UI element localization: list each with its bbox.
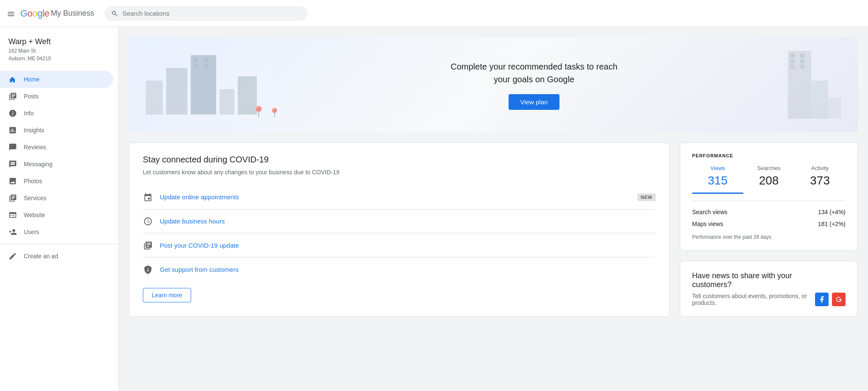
clock-icon [143,216,153,226]
sidebar-item-info[interactable]: Info [0,105,113,122]
building-3 [191,55,216,115]
app-logo: Google My Business [20,8,94,19]
sidebar-item-users[interactable]: Users [0,223,113,240]
news-icon-row: Have news to share with your customers? … [692,271,846,306]
sidebar-item-services[interactable]: Services [0,190,113,207]
logo-my-business-text: My Business [51,9,94,18]
performance-bar-row [692,193,846,194]
google-icon [832,293,846,306]
calendar-icon [143,192,153,202]
hero-illustration-right [788,51,841,119]
sidebar-item-reviews-label: Reviews [24,144,46,151]
covid-item-support[interactable]: Get support from customers [143,257,656,281]
sidebar-item-services-label: Services [24,195,47,201]
sidebar-item-photos-label: Photos [24,178,42,184]
maps-views-row: Maps views 181 (+2%) [692,218,846,230]
sidebar-item-messaging[interactable]: Messaging [0,156,113,173]
covid-item-appointments-text[interactable]: Update online appointments [160,193,631,201]
sidebar-divider [0,244,118,244]
covid-item-post-update[interactable]: Post your COVID-19 update [143,233,656,257]
covid-subtitle: Let customers know about any changes to … [143,168,656,177]
activity-bar [794,193,846,194]
performance-stats: Views 315 Searches 208 Activity 373 [692,165,846,187]
users-icon [8,228,17,236]
app-layout: Warp + Weft 162 Main St Auburn, ME 04210… [0,27,868,391]
logo-google-text: Google [20,8,49,19]
sidebar-nav: Home Posts Info [0,71,118,265]
search-input[interactable] [122,10,301,17]
posts-icon [8,92,17,101]
sidebar-item-info-label: Info [24,110,33,117]
perf-stat-activity: Activity 373 [794,165,846,187]
news-subtitle: Tell customers about events, promotions,… [692,293,815,306]
searches-value: 208 [743,174,795,187]
sidebar-item-posts-label: Posts [24,93,39,100]
photos-icon [8,177,17,185]
maps-views-label: Maps views [692,221,723,227]
services-icon [8,194,17,202]
top-header: Google My Business [0,0,868,27]
website-icon [8,211,17,219]
reviews-icon [8,143,17,151]
search-views-row: Search views 134 (+4%) [692,206,846,218]
home-icon [8,75,17,84]
covid-item-post-text[interactable]: Post your COVID-19 update [160,242,656,249]
sidebar-item-insights[interactable]: Insights [0,122,113,139]
messaging-icon [8,160,17,168]
perf-stat-searches: Searches 208 [743,165,795,187]
business-address: 162 Main St Auburn, ME 04210 [8,47,110,62]
covid-item-appointments[interactable]: Update online appointments NEW [143,185,656,209]
sidebar-item-insights-label: Insights [24,127,44,134]
sidebar-item-reviews[interactable]: Reviews [0,139,113,156]
sidebar-item-photos[interactable]: Photos [0,173,113,190]
sidebar: Warp + Weft 162 Main St Auburn, ME 04210… [0,27,119,391]
sidebar-item-create-ad[interactable]: Create an ad [0,248,113,265]
right-building-1 [788,51,811,119]
covid-item-hours-text[interactable]: Update business hours [160,218,656,225]
sidebar-item-create-ad-label: Create an ad [24,253,58,260]
activity-value: 373 [794,174,846,187]
performance-note: Performance over the past 28 days [692,234,846,240]
sidebar-item-website-label: Website [24,212,45,218]
views-label: Views [692,165,743,171]
sidebar-item-users-label: Users [24,229,39,235]
news-icons [815,293,846,306]
menu-icon[interactable] [7,8,15,18]
performance-divider [692,201,846,201]
maps-views-value: 181 (+2%) [818,221,846,227]
hero-banner: 📍 📍 Complete your recommended tasks to r… [129,37,858,132]
hero-text: Complete your recommended tasks to reach… [280,60,788,110]
performance-card: PERFORMANCE Views 315 Searches 208 Activ… [680,142,858,251]
search-bar[interactable] [104,6,308,21]
map-pin-red: 📍 [252,106,265,119]
sidebar-item-home[interactable]: Home [0,71,113,88]
hero-title: Complete your recommended tasks to reach… [280,60,788,86]
bottom-grid: Stay connected during COVID-19 Let custo… [129,142,858,317]
covid-item-hours[interactable]: Update business hours [143,209,656,234]
building-1 [146,81,163,115]
info-icon [8,109,17,117]
post-icon [143,240,153,250]
views-bar [692,193,743,194]
sidebar-item-website[interactable]: Website [0,207,113,223]
business-info: Warp + Weft 162 Main St Auburn, ME 04210 [0,32,118,69]
view-plan-button[interactable]: View plan [509,94,560,110]
performance-label: PERFORMANCE [692,153,846,158]
right-building-2 [811,81,828,119]
activity-label: Activity [794,165,846,171]
searches-label: Searches [743,165,795,171]
learn-more-button[interactable]: Learn more [143,288,191,302]
covid-item-support-text[interactable]: Get support from customers [160,266,656,273]
map-pin-orange: 📍 [269,108,280,119]
right-column: PERFORMANCE Views 315 Searches 208 Activ… [680,142,858,317]
building-2 [166,68,187,115]
new-badge: NEW [637,193,656,201]
sidebar-item-messaging-label: Messaging [24,161,53,168]
right-building-3 [828,98,841,119]
searches-bar [743,193,795,194]
views-value: 315 [692,174,743,187]
sidebar-item-posts[interactable]: Posts [0,88,113,105]
business-name: Warp + Weft [8,37,110,46]
search-icon [111,10,118,17]
sidebar-item-home-label: Home [24,76,39,83]
